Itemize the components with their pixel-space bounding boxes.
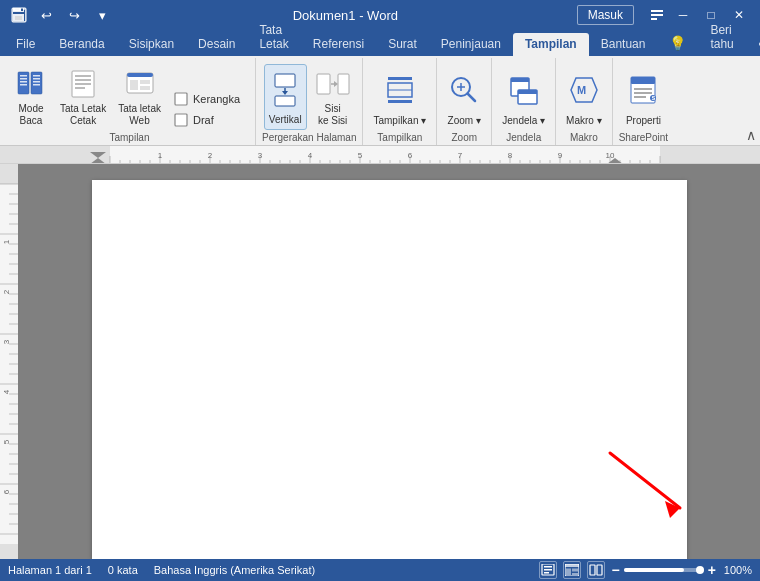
zoom-bar-fill xyxy=(624,568,684,572)
svg-rect-21 xyxy=(33,75,40,77)
zoom-minus-button[interactable]: − xyxy=(611,562,619,578)
svg-rect-17 xyxy=(20,78,27,80)
pergerakan-group-label: Pergerakan Halaman xyxy=(262,132,357,145)
tab-bantuan[interactable]: Bantuan xyxy=(589,33,658,56)
title-bar-left: ↩ ↪ ▾ xyxy=(8,4,114,26)
undo-icon[interactable]: ↩ xyxy=(35,4,57,26)
svg-text:2: 2 xyxy=(2,289,11,294)
read-mode-view-button[interactable] xyxy=(587,561,605,579)
vertikal-button[interactable]: Vertikal xyxy=(264,64,307,130)
svg-text:9: 9 xyxy=(558,151,563,160)
tab-desain[interactable]: Desain xyxy=(186,33,247,56)
save-icon[interactable] xyxy=(8,4,30,26)
kata-status: 0 kata xyxy=(108,564,138,576)
ribbon-collapse-button[interactable]: ∧ xyxy=(746,127,756,143)
zoom-plus-button[interactable]: + xyxy=(708,562,716,578)
svg-rect-47 xyxy=(388,100,412,103)
svg-rect-9 xyxy=(651,18,657,20)
zoom-group-label: Zoom xyxy=(452,132,478,145)
tab-file[interactable]: File xyxy=(4,33,47,56)
svg-marker-39 xyxy=(282,91,288,95)
tab-beri-tahu[interactable]: Beri tahu xyxy=(698,19,745,56)
page-scroll-area[interactable] xyxy=(18,164,760,559)
ribbon-group-zoom-content: Zoom ▾ xyxy=(443,60,485,132)
svg-marker-43 xyxy=(334,81,338,87)
ribbon-group-pergerakan-content: Vertikal Sisike Sisi xyxy=(264,60,355,132)
redo-icon[interactable]: ↪ xyxy=(63,4,85,26)
makro-button[interactable]: M Makro ▾ xyxy=(562,64,606,130)
print-layout-view-button[interactable] xyxy=(539,561,557,579)
properti-btn-icon: s xyxy=(626,67,660,113)
svg-rect-187 xyxy=(544,569,552,571)
svg-text:5: 5 xyxy=(358,151,363,160)
ribbon-group-tampilkan-content: Tampilkan ▾ xyxy=(369,60,430,132)
svg-rect-29 xyxy=(75,87,85,89)
properti-button[interactable]: s Properti xyxy=(622,64,665,130)
svg-rect-33 xyxy=(140,80,150,84)
lightbulb-icon[interactable]: 💡 xyxy=(657,31,698,56)
tampilan-group-label: Tampilan xyxy=(109,132,149,145)
tab-beranda[interactable]: Beranda xyxy=(47,33,116,56)
zoom-button[interactable]: Zoom ▾ xyxy=(443,64,485,130)
bahasa-status: Bahasa Inggris (Amerika Serikat) xyxy=(154,564,315,576)
ribbon-group-pergerakan: Vertikal Sisike Sisi Pergerakan Halaman xyxy=(256,58,364,145)
vertikal-icon xyxy=(269,68,301,112)
svg-text:M: M xyxy=(577,84,586,96)
tampilkan-group-label: Tampilkan xyxy=(377,132,422,145)
ribbon-display-options-icon[interactable] xyxy=(646,4,668,26)
customize-quick-access-icon[interactable]: ▾ xyxy=(91,4,113,26)
kerangka-checkbox[interactable]: Kerangka xyxy=(169,89,249,109)
svg-text:10: 10 xyxy=(606,151,615,160)
tampilkan-btn-label: Tampilkan ▾ xyxy=(373,115,426,127)
svg-text:2: 2 xyxy=(208,151,213,160)
tab-sisipkan[interactable]: Sisipkan xyxy=(117,33,186,56)
status-bar-right: − + 100% xyxy=(539,561,752,579)
svg-text:7: 7 xyxy=(458,151,463,160)
ribbon-group-tampilan-content: ModeBaca Tata LetakCetak xyxy=(10,60,249,132)
zoom-slider[interactable] xyxy=(624,568,704,572)
makro-btn-icon: M xyxy=(567,67,601,113)
svg-rect-60 xyxy=(631,77,655,84)
minimize-button[interactable]: ─ xyxy=(670,2,696,28)
tampilan-checkboxes: Kerangka Draf xyxy=(169,89,249,130)
draf-label: Draf xyxy=(193,114,214,126)
svg-rect-37 xyxy=(275,74,295,87)
mode-baca-icon xyxy=(14,67,48,101)
svg-text:4: 4 xyxy=(2,389,11,394)
draf-checkbox[interactable]: Draf xyxy=(169,110,249,130)
tab-tata-letak[interactable]: Tata Letak xyxy=(247,19,300,56)
masuk-button[interactable]: Masuk xyxy=(577,5,634,25)
mode-baca-button[interactable]: ModeBaca xyxy=(10,64,52,130)
title-bar: ↩ ↪ ▾ Dokumen1 - Word Masuk ─ □ ✕ xyxy=(0,0,760,30)
properti-btn-label: Properti xyxy=(626,115,661,127)
svg-rect-54 xyxy=(511,78,529,82)
tampilkan-button[interactable]: Tampilkan ▾ xyxy=(369,64,430,130)
svg-rect-7 xyxy=(651,10,663,12)
tata-letak-web-button[interactable]: Tata letakWeb xyxy=(114,64,165,130)
content-row: 1 2 3 4 5 6 xyxy=(0,164,760,559)
tab-tampilan[interactable]: Tampilan xyxy=(513,33,589,56)
svg-text:s: s xyxy=(652,94,656,101)
svg-rect-24 xyxy=(33,84,40,86)
vertikal-label: Vertikal xyxy=(269,114,302,126)
zoom-thumb[interactable] xyxy=(696,566,704,574)
tab-surat[interactable]: Surat xyxy=(376,33,429,56)
svg-rect-62 xyxy=(634,92,652,94)
zoom-btn-icon xyxy=(447,67,481,113)
svg-rect-191 xyxy=(566,569,571,576)
svg-rect-140 xyxy=(0,544,18,559)
kerangka-label: Kerangka xyxy=(193,93,240,105)
jendela-button[interactable]: Jendela ▾ xyxy=(498,64,549,130)
tab-bagikan[interactable]: Bagikan xyxy=(746,33,760,56)
svg-rect-41 xyxy=(317,74,330,94)
web-view-button[interactable] xyxy=(563,561,581,579)
tata-letak-cetak-button[interactable]: Tata LetakCetak xyxy=(56,64,110,130)
sisi-ke-sisi-button[interactable]: Sisike Sisi xyxy=(311,64,355,130)
svg-rect-188 xyxy=(544,572,549,574)
svg-text:8: 8 xyxy=(508,151,513,160)
tab-referensi[interactable]: Referensi xyxy=(301,33,376,56)
svg-rect-139 xyxy=(0,164,18,184)
svg-rect-68 xyxy=(660,146,760,164)
tab-peninjauan[interactable]: Peninjauan xyxy=(429,33,513,56)
sisi-ke-sisi-label: Sisike Sisi xyxy=(318,103,347,127)
